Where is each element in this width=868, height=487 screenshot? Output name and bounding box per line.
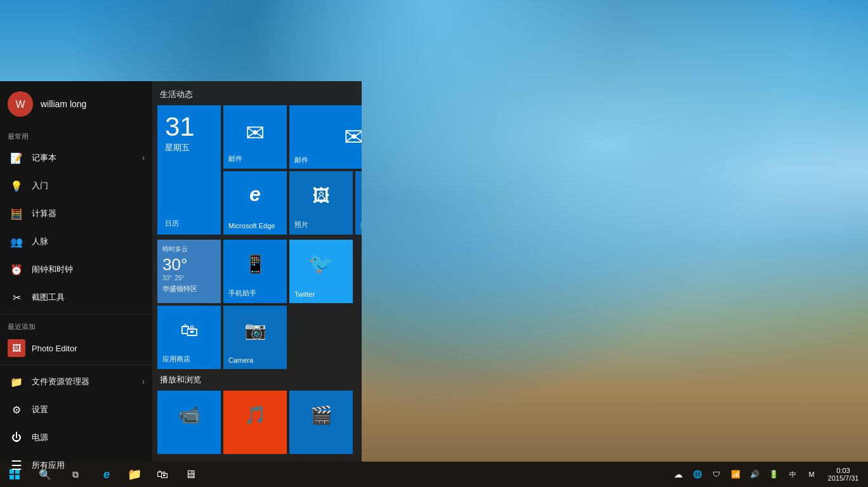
contacts-icon: 👥: [8, 233, 25, 250]
menu-item-calculator[interactable]: 🧮 计算器: [0, 200, 152, 228]
menu-item-settings[interactable]: ⚙ 设置: [0, 396, 152, 424]
tray-onedrive[interactable]: ☁: [669, 462, 688, 487]
menu-item-contacts[interactable]: 👥 人脉: [0, 228, 152, 256]
weather-temp: 30°: [162, 255, 187, 275]
cal-top: 31 星期五: [165, 112, 195, 153]
arrow-icon: ›: [142, 153, 145, 162]
tile-store[interactable]: 🛍 应用商店: [157, 306, 221, 369]
ime1-icon: 中: [789, 470, 796, 479]
mail-icon-big: ✉: [344, 123, 362, 151]
edge-icon: e: [249, 183, 261, 206]
menu-item-fileexplorer[interactable]: 📁 文件资源管理器 ›: [0, 368, 152, 396]
tile-twitter[interactable]: 🐦 Twitter: [289, 240, 353, 303]
photos-icon: 🖼: [312, 185, 330, 206]
user-name-label: william long: [41, 99, 86, 109]
getstarted-icon: 💡: [8, 177, 25, 195]
tray-network[interactable]: 🌐: [688, 462, 707, 487]
tray-defender[interactable]: 🛡: [707, 462, 726, 487]
power-icon: ⏻: [8, 429, 25, 446]
menu-item-notepad[interactable]: 📝 记事本 ›: [0, 144, 152, 172]
tile-groove[interactable]: 🎵: [223, 391, 287, 454]
battery-icon: 🔋: [769, 470, 779, 479]
taskbar-app5[interactable]: 🖥: [176, 462, 204, 487]
store-label: 应用商店: [162, 354, 216, 364]
system-tray: ☁ 🌐 🛡 📶 🔊 🔋 中 M: [669, 462, 868, 487]
menu-item-snip[interactable]: ✂ 截图工具: [0, 283, 152, 311]
cal-weekday-2: 星期五: [165, 142, 195, 153]
cal-day-2: 31: [165, 112, 195, 142]
ime2-icon: M: [808, 471, 814, 478]
separator-2: [0, 365, 152, 365]
network-icon: 🌐: [693, 470, 702, 479]
groove-icon: 🎵: [244, 405, 266, 425]
taskbar-clock[interactable]: 0:03 2015/7/31: [821, 462, 865, 487]
weather-desc: 晴时多云: [162, 245, 188, 254]
tile-camera[interactable]: 📷 Camera: [223, 306, 287, 369]
webcam-icon: 📹: [178, 405, 201, 425]
start-menu: W william long 最常用 📝 记事本 › 💡 入门 🧮 计: [0, 81, 362, 462]
store-taskbar-icon: 🛍: [157, 468, 168, 481]
search-label: 搜索: [360, 220, 362, 230]
phone-label: 手机助手: [228, 289, 282, 298]
defender-icon: 🛡: [713, 470, 720, 479]
weather-high: 33°: [162, 275, 172, 282]
tile-photos[interactable]: 🖼 照片: [289, 171, 353, 235]
camera-label: Camera: [228, 356, 282, 364]
tile-phone[interactable]: 📱 手机助手: [223, 240, 287, 303]
tile-video[interactable]: 🎬: [289, 391, 353, 454]
tile-mail-2[interactable]: ✉ 邮件: [223, 105, 287, 169]
tray-volume[interactable]: 🔊: [745, 462, 764, 487]
tile-webcam[interactable]: 📹: [157, 391, 221, 454]
store-icon: 🛍: [180, 320, 198, 341]
desktop: W william long 最常用 📝 记事本 › 💡 入门 🧮 计: [0, 0, 868, 487]
menu-item-photoeditor[interactable]: 🖼 Photo Editor: [0, 334, 152, 362]
twitter-icon: 🐦: [308, 251, 334, 275]
mail-icon-2: ✉: [246, 120, 265, 146]
calculator-icon: 🧮: [8, 205, 25, 223]
fileexplorer-icon: 📁: [8, 373, 25, 391]
settings-icon: ⚙: [8, 401, 25, 419]
twitter-label: Twitter: [294, 290, 348, 298]
weather-range-row: 33° 25°: [162, 275, 184, 282]
arrow-icon-2: ›: [142, 377, 145, 386]
tile-edge[interactable]: e Microsoft Edge: [223, 171, 287, 235]
onedrive-icon: ☁: [674, 469, 683, 479]
avatar: W: [8, 91, 33, 117]
wifi-icon: 📶: [731, 470, 740, 479]
mail-label-2: 邮件: [228, 154, 282, 164]
tray-ime1[interactable]: 中: [783, 462, 802, 487]
start-menu-tiles: 生活动态 31 星期五 日历 ✉ 邮件: [152, 81, 362, 462]
menu-item-power[interactable]: ⏻ 电源: [0, 424, 152, 451]
start-bottom-items: 📁 文件资源管理器 › ⚙ 设置 ⏻ 电源 ☰ 所有应用: [0, 362, 152, 479]
clock-time: 0:03: [836, 467, 850, 474]
edge-label: Microsoft Edge: [228, 222, 282, 230]
taskbar-store[interactable]: 🛍: [148, 462, 176, 487]
video-icon: 🎬: [310, 405, 332, 425]
tiles-section-1-title: 生活动态: [157, 86, 357, 105]
tray-battery[interactable]: 🔋: [764, 462, 783, 487]
camera-icon: 📷: [244, 320, 266, 341]
menu-item-alarms[interactable]: ⏰ 闹钟和时钟: [0, 256, 152, 283]
allapps-icon: ☰: [8, 457, 25, 474]
cal-label-2: 日历: [165, 219, 213, 228]
user-area[interactable]: W william long: [0, 81, 152, 127]
tile-weather[interactable]: 晴时多云 30° 33° 25° 华盛顿特区: [157, 240, 221, 303]
recent-section-label: 最近添加: [0, 317, 152, 334]
separator: [0, 314, 152, 315]
menu-item-allapps[interactable]: ☰ 所有应用: [0, 451, 152, 479]
tray-wifi[interactable]: 📶: [726, 462, 745, 487]
menu-item-getstarted[interactable]: 💡 入门: [0, 172, 152, 200]
notepad-icon: 📝: [8, 149, 25, 167]
tray-ime2[interactable]: M: [802, 462, 821, 487]
photoeditor-icon: 🖼: [8, 339, 25, 357]
app5-taskbar-icon: 🖥: [185, 468, 196, 481]
tile-mail-wide[interactable]: ✉ 邮件: [289, 105, 362, 169]
frequent-section-label: 最常用: [0, 127, 152, 144]
start-menu-left-panel: W william long 最常用 📝 记事本 › 💡 入门 🧮 计: [0, 81, 152, 462]
tile-search[interactable]: 🔍 搜索: [355, 171, 362, 235]
phone-icon: 📱: [244, 254, 266, 275]
mail-wide-label: 邮件: [294, 155, 362, 165]
weather-low: 25°: [174, 275, 184, 282]
svg-text:W: W: [15, 99, 25, 110]
tile-calendar-2[interactable]: 31 星期五 日历: [157, 105, 221, 235]
